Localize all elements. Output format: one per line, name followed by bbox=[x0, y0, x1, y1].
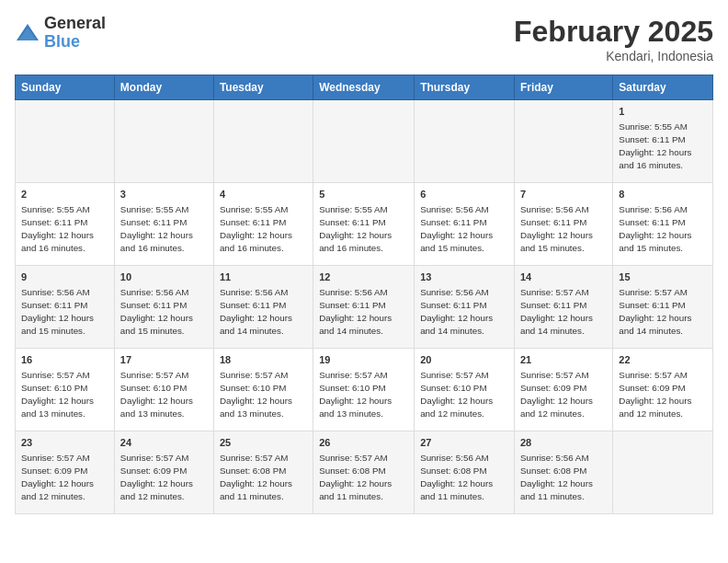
day-info: Sunrise: 5:56 AM Sunset: 6:11 PM Dayligh… bbox=[120, 286, 208, 337]
col-monday: Monday bbox=[114, 75, 213, 100]
day-number: 17 bbox=[120, 353, 208, 367]
day-info: Sunrise: 5:56 AM Sunset: 6:08 PM Dayligh… bbox=[420, 452, 508, 502]
day-info: Sunrise: 5:55 AM Sunset: 6:11 PM Dayligh… bbox=[120, 203, 208, 254]
day-number: 10 bbox=[120, 270, 208, 284]
table-row: 25Sunrise: 5:57 AM Sunset: 6:08 PM Dayli… bbox=[213, 431, 313, 514]
table-row: 18Sunrise: 5:57 AM Sunset: 6:10 PM Dayli… bbox=[213, 349, 313, 431]
day-number: 13 bbox=[420, 270, 508, 284]
col-thursday: Thursday bbox=[415, 75, 515, 100]
table-row: 7Sunrise: 5:56 AM Sunset: 6:11 PM Daylig… bbox=[514, 183, 612, 266]
day-info: Sunrise: 5:57 AM Sunset: 6:10 PM Dayligh… bbox=[319, 369, 408, 419]
day-info: Sunrise: 5:56 AM Sunset: 6:11 PM Dayligh… bbox=[420, 286, 508, 337]
day-info: Sunrise: 5:57 AM Sunset: 6:11 PM Dayligh… bbox=[520, 286, 607, 337]
day-number: 6 bbox=[420, 188, 508, 201]
day-info: Sunrise: 5:57 AM Sunset: 6:10 PM Dayligh… bbox=[120, 369, 208, 419]
col-tuesday: Tuesday bbox=[213, 75, 313, 100]
day-info: Sunrise: 5:56 AM Sunset: 6:08 PM Dayligh… bbox=[520, 452, 607, 502]
table-row bbox=[16, 100, 115, 183]
table-row: 12Sunrise: 5:56 AM Sunset: 6:11 PM Dayli… bbox=[313, 266, 415, 349]
day-number: 27 bbox=[420, 436, 508, 450]
day-number: 16 bbox=[21, 353, 108, 367]
table-row: 13Sunrise: 5:56 AM Sunset: 6:11 PM Dayli… bbox=[415, 266, 515, 349]
day-number: 28 bbox=[520, 436, 607, 450]
logo-general-text: General bbox=[44, 15, 106, 33]
table-row: 6Sunrise: 5:56 AM Sunset: 6:11 PM Daylig… bbox=[415, 183, 515, 266]
day-info: Sunrise: 5:56 AM Sunset: 6:11 PM Dayligh… bbox=[220, 286, 307, 337]
day-number: 23 bbox=[21, 436, 108, 450]
table-row: 10Sunrise: 5:56 AM Sunset: 6:11 PM Dayli… bbox=[114, 266, 213, 349]
table-row: 2Sunrise: 5:55 AM Sunset: 6:11 PM Daylig… bbox=[16, 183, 115, 266]
calendar-week-row: 2Sunrise: 5:55 AM Sunset: 6:11 PM Daylig… bbox=[16, 183, 713, 266]
day-number: 25 bbox=[220, 436, 307, 450]
day-info: Sunrise: 5:57 AM Sunset: 6:10 PM Dayligh… bbox=[220, 369, 307, 419]
table-row: 1Sunrise: 5:55 AM Sunset: 6:11 PM Daylig… bbox=[613, 100, 713, 183]
day-number: 8 bbox=[619, 188, 707, 201]
calendar-week-row: 16Sunrise: 5:57 AM Sunset: 6:10 PM Dayli… bbox=[16, 349, 713, 431]
day-number: 7 bbox=[520, 188, 607, 201]
table-row: 24Sunrise: 5:57 AM Sunset: 6:09 PM Dayli… bbox=[114, 431, 213, 514]
day-info: Sunrise: 5:56 AM Sunset: 6:11 PM Dayligh… bbox=[319, 286, 408, 337]
day-info: Sunrise: 5:57 AM Sunset: 6:10 PM Dayligh… bbox=[420, 369, 508, 419]
col-wednesday: Wednesday bbox=[313, 75, 415, 100]
day-info: Sunrise: 5:56 AM Sunset: 6:11 PM Dayligh… bbox=[520, 203, 607, 254]
table-row bbox=[213, 100, 313, 183]
day-number: 11 bbox=[220, 270, 307, 284]
calendar-week-row: 1Sunrise: 5:55 AM Sunset: 6:11 PM Daylig… bbox=[16, 100, 713, 183]
table-row: 11Sunrise: 5:56 AM Sunset: 6:11 PM Dayli… bbox=[213, 266, 313, 349]
day-info: Sunrise: 5:57 AM Sunset: 6:11 PM Dayligh… bbox=[619, 286, 707, 337]
day-number: 9 bbox=[21, 270, 108, 284]
table-row: 8Sunrise: 5:56 AM Sunset: 6:11 PM Daylig… bbox=[613, 183, 713, 266]
day-info: Sunrise: 5:55 AM Sunset: 6:11 PM Dayligh… bbox=[319, 203, 408, 254]
col-saturday: Saturday bbox=[613, 75, 713, 100]
table-row bbox=[313, 100, 415, 183]
table-row: 19Sunrise: 5:57 AM Sunset: 6:10 PM Dayli… bbox=[313, 349, 415, 431]
day-number: 18 bbox=[220, 353, 307, 367]
table-row: 22Sunrise: 5:57 AM Sunset: 6:09 PM Dayli… bbox=[613, 349, 713, 431]
day-info: Sunrise: 5:57 AM Sunset: 6:09 PM Dayligh… bbox=[619, 369, 707, 419]
table-row: 16Sunrise: 5:57 AM Sunset: 6:10 PM Dayli… bbox=[16, 349, 115, 431]
day-number: 20 bbox=[420, 353, 508, 367]
table-row: 14Sunrise: 5:57 AM Sunset: 6:11 PM Dayli… bbox=[514, 266, 612, 349]
logo: General Blue bbox=[15, 15, 106, 52]
day-info: Sunrise: 5:57 AM Sunset: 6:09 PM Dayligh… bbox=[21, 452, 108, 502]
table-row: 23Sunrise: 5:57 AM Sunset: 6:09 PM Dayli… bbox=[16, 431, 115, 514]
calendar-header-row: Sunday Monday Tuesday Wednesday Thursday… bbox=[16, 75, 713, 100]
day-number: 12 bbox=[319, 270, 408, 284]
table-row bbox=[415, 100, 515, 183]
day-number: 2 bbox=[21, 188, 108, 201]
table-row bbox=[514, 100, 612, 183]
calendar-week-row: 23Sunrise: 5:57 AM Sunset: 6:09 PM Dayli… bbox=[16, 431, 713, 514]
day-number: 15 bbox=[619, 270, 707, 284]
day-info: Sunrise: 5:57 AM Sunset: 6:10 PM Dayligh… bbox=[21, 369, 108, 419]
table-row: 5Sunrise: 5:55 AM Sunset: 6:11 PM Daylig… bbox=[313, 183, 415, 266]
day-number: 14 bbox=[520, 270, 607, 284]
col-friday: Friday bbox=[514, 75, 612, 100]
page-header: General Blue February 2025 Kendari, Indo… bbox=[15, 15, 713, 63]
table-row: 15Sunrise: 5:57 AM Sunset: 6:11 PM Dayli… bbox=[613, 266, 713, 349]
day-info: Sunrise: 5:55 AM Sunset: 6:11 PM Dayligh… bbox=[220, 203, 307, 254]
table-row: 4Sunrise: 5:55 AM Sunset: 6:11 PM Daylig… bbox=[213, 183, 313, 266]
table-row: 17Sunrise: 5:57 AM Sunset: 6:10 PM Dayli… bbox=[114, 349, 213, 431]
day-info: Sunrise: 5:55 AM Sunset: 6:11 PM Dayligh… bbox=[21, 203, 108, 254]
day-info: Sunrise: 5:55 AM Sunset: 6:11 PM Dayligh… bbox=[619, 121, 707, 171]
day-number: 22 bbox=[619, 353, 707, 367]
day-number: 5 bbox=[319, 188, 408, 201]
calendar-week-row: 9Sunrise: 5:56 AM Sunset: 6:11 PM Daylig… bbox=[16, 266, 713, 349]
day-info: Sunrise: 5:56 AM Sunset: 6:11 PM Dayligh… bbox=[21, 286, 108, 337]
calendar-table: Sunday Monday Tuesday Wednesday Thursday… bbox=[15, 75, 713, 514]
day-info: Sunrise: 5:57 AM Sunset: 6:09 PM Dayligh… bbox=[520, 369, 607, 419]
month-title: February 2025 bbox=[514, 15, 713, 49]
day-number: 4 bbox=[220, 188, 307, 201]
logo-icon bbox=[15, 20, 40, 46]
table-row: 28Sunrise: 5:56 AM Sunset: 6:08 PM Dayli… bbox=[514, 431, 612, 514]
table-row bbox=[114, 100, 213, 183]
day-number: 26 bbox=[319, 436, 408, 450]
day-number: 19 bbox=[319, 353, 408, 367]
day-info: Sunrise: 5:57 AM Sunset: 6:08 PM Dayligh… bbox=[319, 452, 408, 502]
location-subtitle: Kendari, Indonesia bbox=[514, 49, 713, 63]
day-info: Sunrise: 5:57 AM Sunset: 6:09 PM Dayligh… bbox=[120, 452, 208, 502]
day-number: 1 bbox=[619, 105, 707, 119]
table-row: 3Sunrise: 5:55 AM Sunset: 6:11 PM Daylig… bbox=[114, 183, 213, 266]
table-row: 27Sunrise: 5:56 AM Sunset: 6:08 PM Dayli… bbox=[415, 431, 515, 514]
table-row: 21Sunrise: 5:57 AM Sunset: 6:09 PM Dayli… bbox=[514, 349, 612, 431]
